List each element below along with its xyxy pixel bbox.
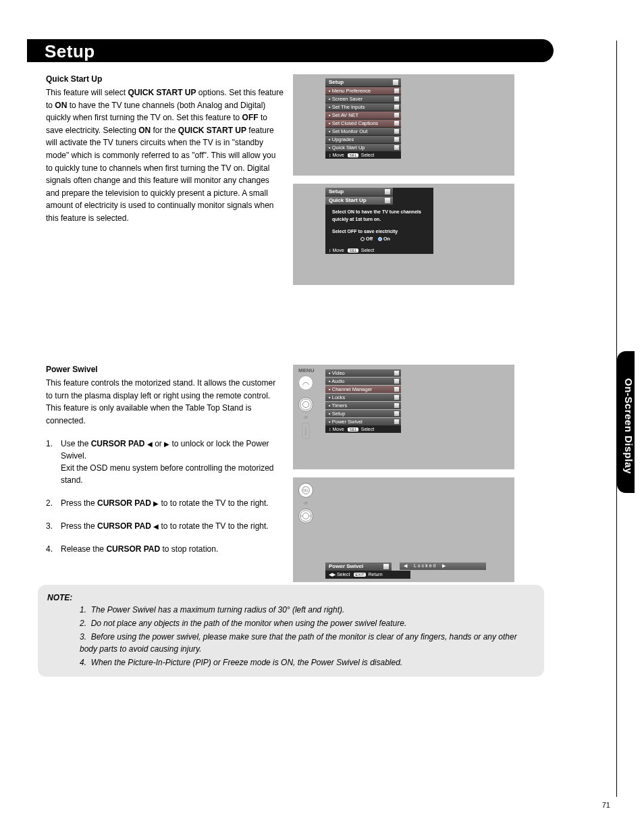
osd3-item: ▪ Locks [325, 394, 401, 401]
osd-screenshot-4: SEL or Power Swivel ◀ Locked ▶ ◀▶ Select… [293, 477, 514, 582]
note-callout: NOTE: 1. The Power Swivel has a maximum … [38, 585, 544, 677]
power-swivel-step: 2.Press the CURSOR PAD ▶ to to rotate th… [46, 497, 284, 509]
osd2-footer: ↕ Move SEL Select [325, 246, 393, 254]
quick-start-section: Quick Start Up This feature will select … [46, 74, 284, 225]
note-item: 3. Before using the power swivel, please… [80, 631, 535, 655]
menu-label: MENU [298, 367, 315, 373]
power-swivel-step: 1.Use the CURSOR PAD ◀ or ▶ to unlock or… [46, 438, 284, 486]
osd2-title: Setup [325, 188, 393, 196]
osd3-item: ▪ Setup [325, 410, 401, 417]
osd-screenshot-3: ▪ Video▪ Audio▪ Channel Manager▪ Locks▪ … [293, 365, 514, 469]
osd1-item: ▪ Quick Start Up [325, 144, 401, 151]
osd2-subtitle: Quick Start Up [325, 197, 393, 205]
osd3-item: ▪ Video [325, 369, 401, 377]
side-button-icon [302, 423, 310, 439]
osd1-item: ▪ Upgrades [325, 136, 401, 143]
power-swivel-section: Power Swivel This feature controls the m… [46, 365, 284, 566]
note-label: NOTE: [47, 593, 72, 602]
remote-select-icon-2: SEL [298, 483, 313, 498]
osd4-title: Power Swivel [325, 563, 392, 571]
osd1-title: Setup [325, 78, 401, 86]
osd1-item: ▪ Set AV NET [325, 111, 401, 119]
page-title-banner: Setup [27, 39, 554, 62]
osd4-footer: ◀▶ Select EXIT Return [325, 571, 410, 579]
note-item: 1. The Power Swivel has a maximum turnin… [80, 604, 535, 616]
quick-start-heading: Quick Start Up [46, 74, 284, 84]
page-number: 71 [602, 801, 610, 809]
svg-point-6 [302, 513, 308, 519]
remote-cursor-icon [298, 397, 313, 412]
osd3-item: ▪ Channel Manager [325, 386, 401, 393]
svg-point-3 [300, 399, 311, 410]
power-swivel-heading: Power Swivel [46, 365, 284, 374]
osd3-item: ▪ Power Swivel [325, 418, 401, 425]
svg-text:SEL: SEL [303, 489, 309, 492]
power-swivel-step: 3.Press the CURSOR PAD ◀ to to rotate th… [46, 520, 284, 532]
osd1-item: ▪ Set The Inputs [325, 103, 401, 111]
note-item: 2. Do not place any objects in the path … [80, 617, 535, 629]
osd1-item: ▪ Menu Preference [325, 87, 401, 95]
side-tab: On-Screen Display [617, 351, 635, 493]
power-swivel-step: 4.Release the CURSOR PAD to stop rotatio… [46, 543, 284, 555]
osd-screenshot-1: Setup ▪ Menu Preference▪ Screen Saver▪ S… [293, 74, 514, 176]
remote-cursor-icon-2 [298, 509, 313, 523]
or-label-2: or [304, 500, 308, 505]
osd1-item: ▪ Set Closed Captions [325, 120, 401, 127]
osd3-item: ▪ Timers [325, 402, 401, 409]
osd1-item: ▪ Set Monitor Out [325, 128, 401, 135]
osd4-locked: ◀ Locked ▶ [400, 563, 486, 570]
osd3-item: ▪ Audio [325, 377, 401, 385]
or-label-1: or [304, 415, 308, 419]
osd2-info1: Select ON to have the TV tune channels q… [325, 205, 433, 227]
osd3-footer: ↕ Move SEL Select [325, 425, 401, 433]
osd-screenshot-2: Setup Quick Start Up Select ON to have t… [293, 184, 514, 285]
note-item: 4. When the Picture-In-Picture (PIP) or … [80, 656, 535, 669]
remote-menu-icon [298, 375, 313, 390]
quick-start-body: This feature will select QUICK START UP … [46, 86, 284, 225]
osd1-item: ▪ Screen Saver [325, 95, 401, 103]
osd1-footer: ↕ Move SEL Select [325, 151, 401, 159]
svg-point-2 [302, 401, 308, 407]
osd2-info2: Select OFF to save electricity Off On [325, 227, 433, 246]
power-swivel-body: This feature controls the motorized stan… [46, 377, 284, 427]
